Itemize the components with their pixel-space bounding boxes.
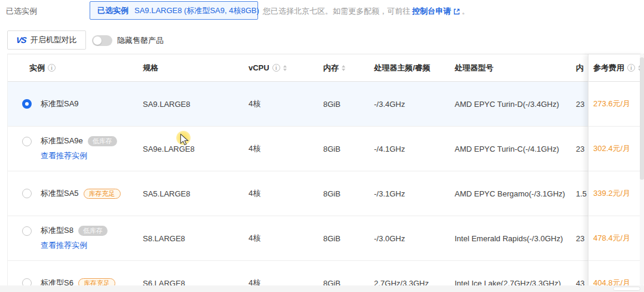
stock-badge: 库存充足 [84, 189, 121, 199]
instance-radio[interactable] [22, 99, 32, 109]
spec-cell: SA5.LARGE8 [143, 189, 249, 198]
spec-cell: SA9e.LARGE8 [143, 145, 249, 153]
instance-line: 标准型SA5库存充足 [41, 188, 121, 199]
bandwidth-clipped-cell: 1.5 [576, 189, 588, 198]
hide-soldout-toggle[interactable] [92, 35, 112, 46]
frequency-cell: -/3.1GHz [374, 189, 455, 198]
vertical-scrollbar-thumb[interactable] [640, 57, 644, 180]
instance-radio[interactable] [22, 189, 32, 198]
instance-main: 标准型SA5库存充足 [41, 188, 121, 199]
table-header-row: 实例 i 规格 vCPU i 内存 处理器主频/睿频 [8, 54, 588, 82]
instance-table: 实例 i 规格 vCPU i 内存 处理器主频/睿频 [7, 54, 644, 292]
header-frequency: 处理器主频/睿频 [374, 63, 455, 73]
bandwidth-clipped-cell: 23 [576, 100, 588, 109]
horizontal-scrollbar[interactable] [0, 285, 644, 292]
sort-icon[interactable] [342, 65, 345, 71]
bandwidth-clipped-cell: 23 [576, 234, 588, 243]
vcpu-cell: 4核 [249, 233, 323, 244]
instance-radio[interactable] [22, 137, 32, 146]
stock-badge: 低库存 [78, 226, 108, 236]
price-cell: 302.4元/月 [588, 127, 644, 171]
instance-line: 标准型S8低库存 [41, 225, 108, 236]
instance-cell: 标准型SA5库存充足 [8, 171, 143, 216]
view-recommended-link[interactable]: 查看推荐实例 [41, 150, 117, 161]
info-icon[interactable]: i [48, 64, 56, 72]
selected-instance-chip-prefix: 已选实例 [97, 5, 128, 16]
memory-cell: 8GiB [323, 145, 374, 153]
cpu-model-cell: AMD EPYC Turin-D(-/3.4GHz) [455, 100, 576, 109]
toggle-knob-icon [93, 36, 102, 45]
price-cell: 339.2元/月 [588, 171, 644, 216]
cpu-model-cell: AMD EPYC Bergamo(-/3.1GHz) [455, 189, 576, 198]
table-row[interactable]: 标准型S8低库存查看推荐实例S8.LARGE84核8GiB-/3.0GHzInt… [8, 216, 588, 261]
page-title: 已选实例 [6, 6, 37, 17]
frequency-cell: -/3.0GHz [374, 234, 455, 243]
table-row[interactable]: 标准型SA9SA9.LARGE84核8GiB-/3.4GHzAMD EPYC T… [8, 82, 588, 127]
header-instance: 实例 i [8, 63, 143, 73]
instance-cell: 标准型S8低库存查看推荐实例 [8, 216, 143, 260]
instance-name: 标准型SA9 [41, 99, 79, 109]
note-text-before: 您已选择北京七区。如需更多配额，可前往 [263, 6, 410, 17]
frequency-cell: -/4.1GHz [374, 145, 455, 153]
selected-instance-chip[interactable]: 已选实例 SA9.LARGE8 (标准型SA9, 4核8GB) [90, 1, 258, 20]
sort-icon[interactable] [283, 65, 287, 71]
view-recommended-link[interactable]: 查看推荐实例 [41, 240, 108, 251]
price-cells: 273.6元/月302.4元/月339.2元/月478.4元/月404.8元/月 [588, 82, 644, 292]
instance-line: 标准型SA9 [41, 99, 79, 109]
selected-instance-chip-value: SA9.LARGE8 (标准型SA9, 4核8GB) [134, 5, 259, 16]
instance-line: 标准型SA9e低库存 [41, 136, 117, 146]
vertical-scrollbar[interactable] [640, 54, 644, 285]
instance-main: 标准型SA9e低库存查看推荐实例 [41, 136, 117, 161]
vs-icon: VS [16, 35, 26, 45]
note-text-after: 。 [462, 6, 470, 17]
model-compare-label: 开启机型对比 [30, 35, 77, 45]
instance-name: 标准型SA9e [41, 136, 83, 146]
cpu-model-cell: AMD EPYC Turin-C(-/4.1GHz) [455, 145, 576, 153]
header-cpu-model: 处理器型号 [455, 63, 576, 73]
table-row[interactable]: 标准型SA5库存充足SA5.LARGE84核8GiB-/3.1GHzAMD EP… [8, 171, 588, 216]
memory-cell: 8GiB [323, 189, 374, 198]
info-icon[interactable]: i [627, 64, 635, 72]
vcpu-cell: 4核 [249, 99, 323, 109]
vcpu-cell: 4核 [249, 188, 323, 199]
horizontal-scrollbar-thumb[interactable] [613, 287, 640, 291]
price-fixed-column: 参考费用 i 273.6元/月302.4元/月339.2元/月478.4元/月4… [588, 54, 644, 292]
header-price[interactable]: 参考费用 i [588, 54, 644, 82]
memory-cell: 8GiB [323, 100, 374, 109]
vcpu-cell: 4核 [249, 143, 323, 154]
model-compare-button[interactable]: VS 开启机型对比 [7, 30, 86, 50]
header-spec: 规格 [143, 63, 249, 73]
stock-badge: 低库存 [88, 136, 117, 146]
instance-cell: 标准型SA9 [8, 82, 143, 126]
price-cell: 273.6元/月 [588, 82, 644, 127]
instance-cell: 标准型SA9e低库存查看推荐实例 [8, 127, 143, 171]
instance-name: 标准型S8 [41, 225, 73, 236]
table-body: 标准型SA9SA9.LARGE84核8GiB-/3.4GHzAMD EPYC T… [8, 82, 588, 292]
frequency-cell: -/3.4GHz [374, 100, 455, 109]
instance-main: 标准型SA9 [41, 99, 79, 109]
header-bandwidth-clipped: 内 [576, 63, 588, 73]
instance-name: 标准型SA5 [41, 188, 79, 199]
header-memory[interactable]: 内存 [323, 63, 374, 73]
bandwidth-clipped-cell: 23 [576, 145, 588, 153]
instance-main: 标准型S8低库存查看推荐实例 [41, 225, 108, 251]
table-row[interactable]: 标准型SA9e低库存查看推荐实例SA9e.LARGE84核8GiB-/4.1GH… [8, 127, 588, 171]
spec-cell: SA9.LARGE8 [143, 100, 249, 109]
price-cell: 478.4元/月 [588, 216, 644, 261]
console-apply-link[interactable]: 控制台申请 [412, 6, 451, 17]
cpu-model-cell: Intel Emerald Rapids(-/3.0GHz) [455, 234, 576, 243]
instance-selection-page: 已选实例 已选实例 SA9.LARGE8 (标准型SA9, 4核8GB) 您已选… [0, 0, 644, 292]
external-link-icon [453, 8, 460, 15]
zone-quota-note: 您已选择北京七区。如需更多配额，可前往 控制台申请 。 [263, 6, 470, 17]
spec-cell: S8.LARGE8 [143, 234, 249, 243]
info-icon[interactable]: i [272, 64, 280, 72]
hide-soldout-label: 隐藏售罄产品 [117, 35, 164, 46]
instance-radio[interactable] [22, 226, 32, 236]
table-scroll-area: 实例 i 规格 vCPU i 内存 处理器主频/睿频 [8, 54, 588, 292]
header-vcpu[interactable]: vCPU i [249, 63, 323, 72]
memory-cell: 8GiB [323, 234, 374, 243]
